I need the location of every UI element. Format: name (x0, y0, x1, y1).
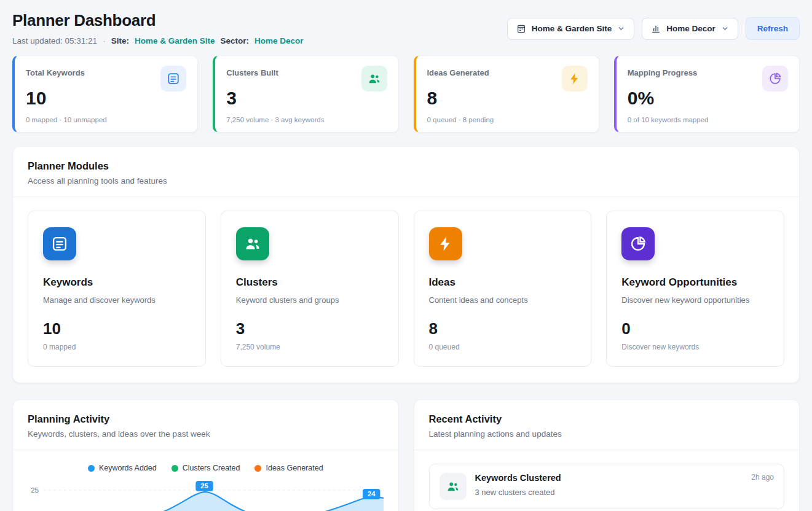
module-desc: Manage and discover keywords (43, 295, 191, 305)
header-left: Planner Dashboard Last updated: 05:31:21… (12, 11, 303, 45)
site-label: Site: (111, 36, 129, 45)
module-sub: Discover new keywords (621, 343, 769, 351)
lightning-icon (562, 66, 588, 92)
legend-item-keywords-added: Keywords Added (88, 464, 157, 472)
page-title: Planner Dashboard (12, 11, 303, 30)
legend-dot-orange (254, 465, 261, 472)
module-title: Clusters (236, 276, 384, 289)
svg-text:25: 25 (200, 482, 208, 490)
stat-card-total-keywords: Total Keywords 10 0 mapped · 10 unmapped (12, 55, 198, 133)
pie-chart-icon (621, 227, 655, 260)
building-icon (516, 24, 526, 34)
module-card-keyword-opportunities[interactable]: Keyword Opportunities Discover new keywo… (606, 211, 784, 367)
sector-selector-dropdown[interactable]: Home Decor (642, 18, 738, 40)
stat-label: Clusters Built (226, 66, 278, 77)
module-desc: Keyword clusters and groups (236, 295, 384, 305)
activity-item-keywords-clustered[interactable]: Keywords Clustered 2h ago 3 new clusters… (429, 464, 785, 509)
planner-modules-panel: Planner Modules Access all planning tool… (12, 146, 800, 383)
legend-item-clusters-created: Clusters Created (171, 464, 240, 472)
divider (414, 450, 800, 450)
stat-label: Total Keywords (26, 66, 85, 77)
sector-label: Sector: (220, 36, 249, 45)
divider (13, 197, 799, 197)
module-value: 8 (429, 319, 577, 338)
modules-subtitle: Access all planning tools and features (28, 176, 784, 185)
stat-sub: 0 mapped · 10 unmapped (26, 116, 186, 123)
planning-activity-subtitle: Keywords, clusters, and ideas over the p… (28, 429, 384, 439)
stat-sub: 7,250 volume · 3 avg keywords (226, 116, 387, 123)
pie-chart-icon (762, 66, 788, 92)
data-label-24: 24 (363, 489, 380, 499)
site-selector-dropdown[interactable]: Home & Garden Site (507, 18, 635, 40)
refresh-button[interactable]: Refresh (746, 17, 800, 40)
module-value: 0 (621, 319, 769, 338)
module-card-ideas[interactable]: Ideas Content ideas and concepts 8 0 que… (414, 211, 592, 367)
module-value: 3 (236, 319, 384, 338)
list-icon (43, 227, 76, 260)
activity-timestamp: 2h ago (751, 473, 774, 482)
modules-title: Planner Modules (28, 160, 784, 172)
stat-value: 8 (427, 88, 588, 108)
module-desc: Discover new keyword opportunities (621, 295, 769, 305)
header: Planner Dashboard Last updated: 05:31:21… (12, 11, 800, 45)
stat-label: Mapping Progress (628, 66, 697, 77)
legend-item-ideas-generated: Ideas Generated (254, 464, 323, 472)
users-icon (440, 473, 467, 500)
chevron-down-icon (617, 25, 625, 33)
site-selector-value: Home & Garden Site (532, 24, 612, 33)
stat-value: 3 (226, 88, 387, 108)
sector-selector-value: Home Decor (666, 24, 715, 33)
activity-body: Keywords Clustered 2h ago 3 new clusters… (475, 473, 775, 497)
meta-separator: · (103, 36, 106, 45)
module-card-keywords[interactable]: Keywords Manage and discover keywords 10… (28, 211, 206, 367)
module-sub: 7,250 volume (236, 343, 384, 351)
header-controls: Home & Garden Site Home Decor Refresh (507, 11, 800, 40)
module-card-clusters[interactable]: Clusters Keyword clusters and groups 3 7… (221, 211, 399, 367)
legend-dot-blue (88, 465, 95, 472)
bottom-row: Planning Activity Keywords, clusters, an… (12, 399, 800, 511)
users-icon (361, 66, 387, 92)
last-updated-text: Last updated: 05:31:21 (12, 36, 97, 45)
stat-card-ideas-generated: Ideas Generated 8 0 queued · 8 pending (414, 55, 599, 133)
planning-activity-panel: Planning Activity Keywords, clusters, an… (12, 399, 399, 511)
module-title: Keywords (43, 276, 191, 289)
users-icon (236, 227, 269, 260)
recent-activity-title: Recent Activity (429, 413, 785, 425)
legend-label: Clusters Created (183, 464, 240, 472)
legend-label: Ideas Generated (266, 464, 323, 472)
y-axis-tick: 25 (28, 481, 44, 511)
stat-value: 0% (628, 88, 788, 108)
stats-row: Total Keywords 10 0 mapped · 10 unmapped… (12, 55, 800, 133)
activity-desc: 3 new clusters created (475, 488, 775, 497)
module-title: Ideas (429, 276, 577, 289)
svg-text:24: 24 (368, 490, 376, 497)
stat-sub: 0 of 10 keywords mapped (628, 116, 788, 123)
site-link[interactable]: Home & Garden Site (135, 36, 215, 45)
sector-link[interactable]: Home Decor (254, 36, 304, 45)
module-sub: 0 mapped (43, 343, 191, 351)
planning-activity-title: Planning Activity (28, 413, 384, 425)
recent-activity-panel: Recent Activity Latest planning actions … (414, 399, 800, 511)
data-label-25: 25 (195, 481, 213, 491)
bar-chart-icon (651, 24, 661, 34)
keywords-area-chart-svg: 25 24 (44, 481, 384, 511)
stat-label: Ideas Generated (427, 66, 489, 77)
module-desc: Content ideas and concepts (429, 295, 577, 305)
planner-dashboard-page: Planner Dashboard Last updated: 05:31:21… (0, 0, 812, 511)
recent-activity-subtitle: Latest planning actions and updates (429, 429, 785, 439)
modules-grid: Keywords Manage and discover keywords 10… (28, 211, 784, 367)
stat-value: 10 (26, 88, 186, 108)
chart-legend: Keywords Added Clusters Created Ideas Ge… (28, 464, 384, 472)
module-value: 10 (43, 319, 191, 338)
module-sub: 0 queued (429, 343, 577, 351)
legend-label: Keywords Added (99, 464, 157, 472)
module-title: Keyword Opportunities (621, 276, 769, 289)
lightning-icon (429, 227, 462, 260)
meta-line: Last updated: 05:31:21 · Site: Home & Ga… (12, 36, 303, 45)
stat-card-clusters-built: Clusters Built 3 7,250 volume · 3 avg ke… (213, 55, 398, 133)
chevron-down-icon (721, 25, 729, 33)
activity-title: Keywords Clustered (475, 473, 561, 483)
divider (13, 450, 398, 450)
list-icon (160, 66, 186, 92)
stat-card-mapping-progress: Mapping Progress 0% 0 of 10 keywords map… (614, 55, 800, 133)
